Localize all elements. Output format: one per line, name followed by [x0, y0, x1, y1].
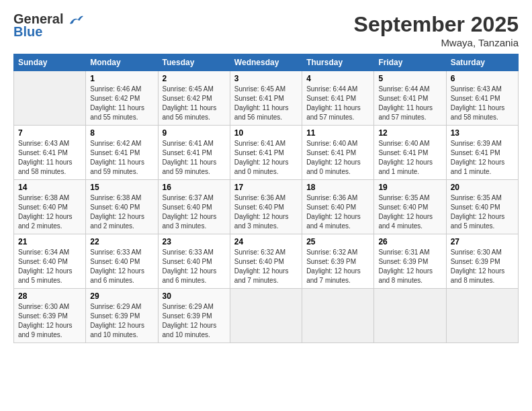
day-info: Sunrise: 6:33 AM Sunset: 6:40 PM Dayligh…: [163, 248, 226, 285]
calendar-week-4: 21Sunrise: 6:34 AM Sunset: 6:40 PM Dayli…: [14, 234, 519, 289]
calendar-cell: 7Sunrise: 6:43 AM Sunset: 6:41 PM Daylig…: [14, 126, 86, 180]
day-number: 28: [18, 291, 81, 301]
day-info: Sunrise: 6:42 AM Sunset: 6:41 PM Dayligh…: [90, 139, 153, 177]
header-row: Sunday Monday Tuesday Wednesday Thursday…: [14, 54, 519, 71]
calendar-cell: 14Sunrise: 6:38 AM Sunset: 6:40 PM Dayli…: [14, 180, 86, 234]
calendar-week-3: 14Sunrise: 6:38 AM Sunset: 6:40 PM Dayli…: [14, 180, 519, 234]
page-title: September 2025: [354, 12, 519, 37]
day-number: 19: [378, 183, 441, 192]
calendar-cell: 10Sunrise: 6:41 AM Sunset: 6:41 PM Dayli…: [230, 126, 302, 180]
logo-text-blue: Blue: [13, 25, 42, 38]
calendar-cell: 13Sunrise: 6:39 AM Sunset: 6:41 PM Dayli…: [446, 126, 518, 180]
calendar-cell: [302, 289, 374, 343]
calendar-cell: 28Sunrise: 6:30 AM Sunset: 6:39 PM Dayli…: [14, 289, 86, 343]
day-number: 13: [451, 128, 514, 138]
day-number: 29: [90, 291, 153, 301]
header-saturday: Saturday: [446, 54, 518, 71]
calendar-cell: 27Sunrise: 6:30 AM Sunset: 6:39 PM Dayli…: [446, 234, 518, 289]
day-info: Sunrise: 6:43 AM Sunset: 6:41 PM Dayligh…: [451, 85, 514, 122]
day-number: 20: [451, 183, 514, 192]
header-tuesday: Tuesday: [158, 54, 230, 71]
day-number: 27: [451, 237, 514, 246]
calendar-cell: 11Sunrise: 6:40 AM Sunset: 6:41 PM Dayli…: [302, 126, 374, 180]
calendar-table: Sunday Monday Tuesday Wednesday Thursday…: [13, 54, 519, 343]
calendar-cell: 6Sunrise: 6:43 AM Sunset: 6:41 PM Daylig…: [446, 71, 518, 126]
day-info: Sunrise: 6:30 AM Sunset: 6:39 PM Dayligh…: [451, 248, 514, 285]
day-number: 25: [306, 237, 369, 246]
day-number: 8: [90, 128, 153, 138]
logo-bird-icon: [69, 14, 83, 26]
calendar-cell: 4Sunrise: 6:44 AM Sunset: 6:41 PM Daylig…: [302, 71, 374, 126]
page-header: General Blue September 2025 Mwaya, Tanza…: [13, 12, 519, 48]
calendar-cell: 20Sunrise: 6:35 AM Sunset: 6:40 PM Dayli…: [446, 180, 518, 234]
day-info: Sunrise: 6:46 AM Sunset: 6:42 PM Dayligh…: [90, 85, 153, 122]
day-info: Sunrise: 6:34 AM Sunset: 6:40 PM Dayligh…: [18, 248, 81, 285]
day-info: Sunrise: 6:30 AM Sunset: 6:39 PM Dayligh…: [18, 302, 81, 340]
calendar-cell: 26Sunrise: 6:31 AM Sunset: 6:39 PM Dayli…: [374, 234, 446, 289]
day-info: Sunrise: 6:35 AM Sunset: 6:40 PM Dayligh…: [378, 193, 441, 231]
title-block: September 2025 Mwaya, Tanzania: [354, 12, 519, 48]
day-number: 5: [378, 74, 441, 83]
day-info: Sunrise: 6:37 AM Sunset: 6:40 PM Dayligh…: [163, 193, 226, 231]
day-info: Sunrise: 6:40 AM Sunset: 6:41 PM Dayligh…: [306, 139, 369, 177]
day-number: 3: [234, 74, 298, 83]
calendar-cell: 22Sunrise: 6:33 AM Sunset: 6:40 PM Dayli…: [86, 234, 158, 289]
day-number: 22: [90, 237, 153, 246]
calendar-cell: 23Sunrise: 6:33 AM Sunset: 6:40 PM Dayli…: [158, 234, 230, 289]
day-number: 12: [378, 128, 441, 138]
day-number: 2: [163, 74, 226, 83]
day-info: Sunrise: 6:43 AM Sunset: 6:41 PM Dayligh…: [18, 139, 81, 177]
calendar-cell: 18Sunrise: 6:36 AM Sunset: 6:40 PM Dayli…: [302, 180, 374, 234]
day-number: 26: [378, 237, 441, 246]
day-info: Sunrise: 6:36 AM Sunset: 6:40 PM Dayligh…: [234, 193, 298, 231]
calendar-cell: [374, 289, 446, 343]
calendar-week-1: 1Sunrise: 6:46 AM Sunset: 6:42 PM Daylig…: [14, 71, 519, 126]
header-friday: Friday: [374, 54, 446, 71]
day-info: Sunrise: 6:32 AM Sunset: 6:40 PM Dayligh…: [234, 248, 298, 285]
day-info: Sunrise: 6:45 AM Sunset: 6:42 PM Dayligh…: [163, 85, 226, 122]
calendar-cell: 2Sunrise: 6:45 AM Sunset: 6:42 PM Daylig…: [158, 71, 230, 126]
page-subtitle: Mwaya, Tanzania: [354, 37, 519, 48]
day-info: Sunrise: 6:44 AM Sunset: 6:41 PM Dayligh…: [306, 85, 369, 122]
day-number: 6: [451, 74, 514, 83]
calendar-cell: 8Sunrise: 6:42 AM Sunset: 6:41 PM Daylig…: [86, 126, 158, 180]
day-number: 4: [306, 74, 369, 83]
calendar-week-5: 28Sunrise: 6:30 AM Sunset: 6:39 PM Dayli…: [14, 289, 519, 343]
calendar-cell: 25Sunrise: 6:32 AM Sunset: 6:39 PM Dayli…: [302, 234, 374, 289]
day-info: Sunrise: 6:41 AM Sunset: 6:41 PM Dayligh…: [234, 139, 298, 177]
calendar-cell: 29Sunrise: 6:29 AM Sunset: 6:39 PM Dayli…: [86, 289, 158, 343]
calendar-cell: 21Sunrise: 6:34 AM Sunset: 6:40 PM Dayli…: [14, 234, 86, 289]
day-number: 21: [18, 237, 81, 246]
day-info: Sunrise: 6:29 AM Sunset: 6:39 PM Dayligh…: [90, 302, 153, 340]
calendar-cell: 5Sunrise: 6:44 AM Sunset: 6:41 PM Daylig…: [374, 71, 446, 126]
day-number: 9: [163, 128, 226, 138]
day-number: 18: [306, 183, 369, 192]
header-thursday: Thursday: [302, 54, 374, 71]
header-wednesday: Wednesday: [230, 54, 302, 71]
day-info: Sunrise: 6:45 AM Sunset: 6:41 PM Dayligh…: [234, 85, 298, 122]
calendar-cell: [446, 289, 518, 343]
day-number: 17: [234, 183, 298, 192]
calendar-week-2: 7Sunrise: 6:43 AM Sunset: 6:41 PM Daylig…: [14, 126, 519, 180]
day-info: Sunrise: 6:31 AM Sunset: 6:39 PM Dayligh…: [378, 248, 441, 285]
calendar-cell: 30Sunrise: 6:29 AM Sunset: 6:39 PM Dayli…: [158, 289, 230, 343]
day-number: 16: [163, 183, 226, 192]
day-number: 15: [90, 183, 153, 192]
day-info: Sunrise: 6:32 AM Sunset: 6:39 PM Dayligh…: [306, 248, 369, 285]
calendar-cell: 9Sunrise: 6:41 AM Sunset: 6:41 PM Daylig…: [158, 126, 230, 180]
calendar-cell: 17Sunrise: 6:36 AM Sunset: 6:40 PM Dayli…: [230, 180, 302, 234]
day-info: Sunrise: 6:41 AM Sunset: 6:41 PM Dayligh…: [163, 139, 226, 177]
calendar-cell: 12Sunrise: 6:40 AM Sunset: 6:41 PM Dayli…: [374, 126, 446, 180]
day-info: Sunrise: 6:39 AM Sunset: 6:41 PM Dayligh…: [451, 139, 514, 177]
day-number: 23: [163, 237, 226, 246]
calendar-cell: 3Sunrise: 6:45 AM Sunset: 6:41 PM Daylig…: [230, 71, 302, 126]
day-number: 1: [90, 74, 153, 83]
day-number: 7: [18, 128, 81, 138]
day-number: 24: [234, 237, 298, 246]
calendar-cell: [14, 71, 86, 126]
day-number: 30: [163, 291, 226, 301]
day-number: 14: [18, 183, 81, 192]
day-info: Sunrise: 6:35 AM Sunset: 6:40 PM Dayligh…: [451, 193, 514, 231]
calendar-cell: 24Sunrise: 6:32 AM Sunset: 6:40 PM Dayli…: [230, 234, 302, 289]
day-info: Sunrise: 6:29 AM Sunset: 6:39 PM Dayligh…: [163, 302, 226, 340]
